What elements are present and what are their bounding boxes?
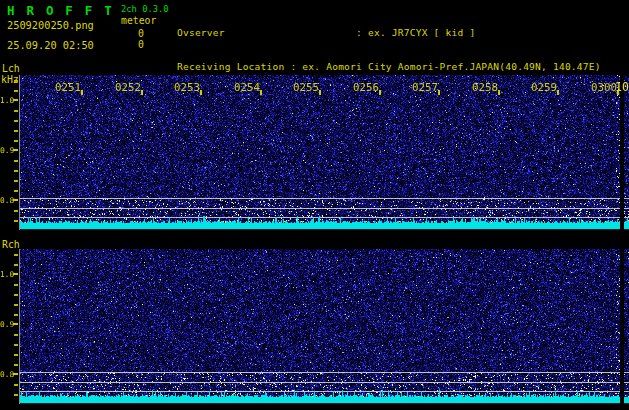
freq-tick-minor (14, 334, 18, 336)
freq-tick-major (13, 99, 18, 101)
freq-tick-minor (14, 210, 18, 212)
freq-tick-minor (14, 190, 18, 192)
rch-panel-label: Rch (2, 239, 20, 250)
freq-tick-major (13, 199, 18, 201)
time-tick (379, 90, 381, 95)
freq-tick-minor (14, 264, 18, 266)
info-location: Receiving Location : ex. Aomori City Aom… (177, 61, 629, 72)
freq-tick-minor (14, 110, 18, 112)
time-label: 0254 (234, 81, 260, 94)
time-tick (498, 90, 500, 95)
freq-tick-minor (14, 354, 18, 356)
lch-spectrogram (19, 75, 629, 230)
freq-tick-label: 0.9 (0, 146, 13, 155)
info-observer: Ovserver : ex. JR7CYX [ kid ] (177, 27, 629, 38)
time-tick (200, 90, 202, 95)
time-tick (81, 90, 83, 95)
output-filename: 2509200250.png (7, 19, 94, 31)
freq-tick-minor (14, 284, 18, 286)
freq-tick-minor (14, 140, 18, 142)
freq-tick-minor (14, 364, 18, 366)
freq-tick-minor (14, 80, 18, 82)
freq-tick-minor (14, 294, 18, 296)
freq-tick-minor (14, 254, 18, 256)
meteor-count-lch: 0 (138, 28, 144, 39)
freq-tick-minor (14, 394, 18, 396)
freq-tick-label: 1.0 (0, 270, 13, 279)
freq-tick-label: 0.9 (0, 320, 13, 329)
time-label-partial: 10 (615, 80, 629, 94)
hrofft-screen: H R O F F T 2ch 0.3.0 2509200250.png 25.… (0, 0, 629, 410)
freq-tick-minor (14, 120, 18, 122)
time-label: 0258 (472, 81, 498, 94)
freq-tick-minor (14, 314, 18, 316)
freq-tick-label: 0.8 (0, 370, 13, 379)
time-tick (319, 90, 321, 95)
freq-tick-minor (14, 304, 18, 306)
freq-tick-major (13, 373, 18, 375)
rch-spectrogram (19, 249, 629, 404)
freq-tick-minor (14, 384, 18, 386)
time-label: 0255 (293, 81, 319, 94)
time-tick (557, 90, 559, 95)
app-version: 2ch 0.3.0 (121, 4, 169, 14)
freq-tick-label: 1.0 (0, 96, 13, 105)
time-tick (260, 90, 262, 95)
freq-tick-minor (14, 130, 18, 132)
time-label: 0259 (531, 81, 557, 94)
record-datetime: 25.09.20 02:50 (7, 39, 94, 51)
time-label: 0257 (412, 81, 438, 94)
freq-tick-minor (14, 160, 18, 162)
freq-tick-minor (14, 180, 18, 182)
meteor-count-rch: 0 (138, 39, 144, 50)
time-tick (438, 90, 440, 95)
freq-tick-minor (14, 170, 18, 172)
freq-tick-major (13, 273, 18, 275)
freq-tick-label: 0.8 (0, 196, 13, 205)
freq-tick-minor (14, 344, 18, 346)
app-title: H R O F F T (7, 3, 114, 18)
freq-tick-major (13, 149, 18, 151)
time-tick (141, 90, 143, 95)
time-label: 0252 (115, 81, 141, 94)
time-label: 0300 (591, 81, 617, 94)
time-label: 0256 (353, 81, 379, 94)
time-label: 0251 (55, 81, 81, 94)
mode-label: meteor (121, 15, 156, 26)
freq-tick-minor (14, 90, 18, 92)
freq-tick-major (13, 323, 18, 325)
freq-tick-minor (14, 220, 18, 222)
lch-panel-label: Lch (2, 63, 20, 74)
time-label: 0253 (174, 81, 200, 94)
